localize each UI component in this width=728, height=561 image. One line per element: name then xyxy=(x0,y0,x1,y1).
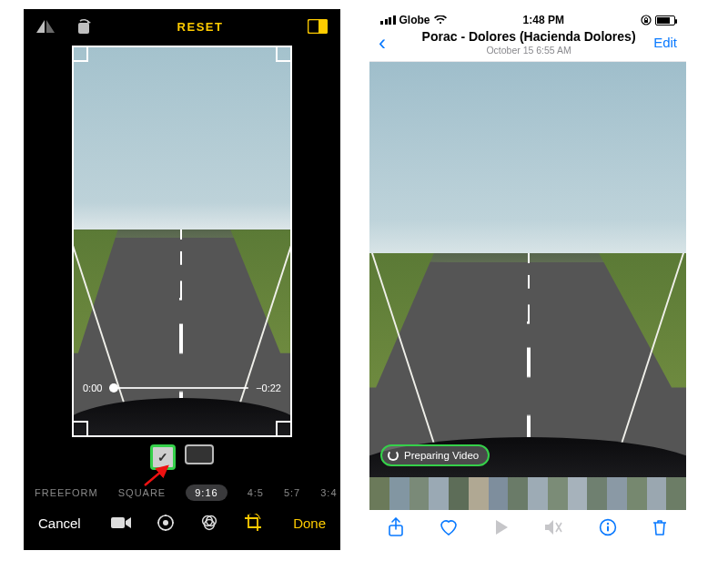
svg-rect-3 xyxy=(111,517,125,528)
trash-icon[interactable] xyxy=(652,518,668,536)
aspect-ratio-row[interactable]: FREEFORM SQUARE 9:16 4:5 5:7 3:4 3:5 xyxy=(24,470,340,501)
svg-point-13 xyxy=(606,523,608,525)
thumbnail[interactable] xyxy=(449,477,469,510)
status-bar: Globe 1:48 PM xyxy=(369,9,686,27)
thumbnail[interactable] xyxy=(548,477,568,510)
preparing-video-label: Preparing Video xyxy=(404,450,479,461)
cancel-button[interactable]: Cancel xyxy=(38,515,81,531)
crop-frame[interactable]: 0:00 −0:22 xyxy=(72,46,292,437)
landscape-orientation-button[interactable] xyxy=(185,444,214,464)
edit-button[interactable]: Edit xyxy=(653,35,677,50)
video-tool-icon[interactable] xyxy=(111,515,131,530)
svg-rect-2 xyxy=(318,20,327,33)
svg-rect-14 xyxy=(607,526,609,532)
thumbnail[interactable] xyxy=(587,477,607,510)
clock-label: 1:48 PM xyxy=(523,14,564,26)
flip-horizontal-icon[interactable] xyxy=(36,18,55,35)
preparing-video-badge: Preparing Video xyxy=(380,444,490,466)
thumbnail[interactable] xyxy=(528,477,548,510)
orientation-picker xyxy=(24,439,340,470)
spinner-icon xyxy=(388,450,399,461)
rotate-icon[interactable] xyxy=(75,18,93,35)
crop-tool-icon[interactable] xyxy=(244,514,262,532)
ratio-option[interactable]: 5:7 xyxy=(284,487,300,498)
thumbnail[interactable] xyxy=(607,477,627,510)
mute-icon[interactable] xyxy=(543,519,563,536)
thumbnail[interactable] xyxy=(429,477,449,510)
thumbnail[interactable] xyxy=(647,477,667,510)
svg-point-8 xyxy=(205,520,215,530)
wifi-icon xyxy=(434,15,447,25)
annotation-arrow-icon xyxy=(142,463,173,488)
ratio-option[interactable]: FREEFORM xyxy=(35,487,98,498)
thumbnail[interactable] xyxy=(389,477,410,510)
thumbnail[interactable] xyxy=(369,477,389,510)
ratio-option[interactable]: SQUARE xyxy=(118,487,166,498)
thumbnail[interactable] xyxy=(627,477,647,510)
aspect-ratio-icon[interactable] xyxy=(308,19,328,34)
media-viewport[interactable]: Preparing Video xyxy=(369,62,686,477)
thumbnail[interactable] xyxy=(410,477,430,510)
editor-bottom-toolbar: Cancel Done xyxy=(24,501,340,541)
viewer-toolbar xyxy=(369,510,686,543)
editor-top-toolbar: RESET xyxy=(24,9,340,40)
svg-rect-10 xyxy=(644,20,648,23)
datetime-subtitle: October 15 6:55 AM xyxy=(404,45,653,56)
adjust-tool-icon[interactable] xyxy=(157,514,175,532)
info-icon[interactable] xyxy=(599,518,617,536)
svg-rect-0 xyxy=(78,23,89,34)
ratio-option[interactable]: 3:4 xyxy=(320,487,337,498)
video-trim-bar[interactable]: 0:00 −0:22 xyxy=(83,382,281,393)
carrier-label: Globe xyxy=(399,14,430,26)
favorite-icon[interactable] xyxy=(439,518,459,536)
signal-icon xyxy=(380,15,396,25)
ratio-option-selected[interactable]: 9:16 xyxy=(186,484,227,501)
thumbnail[interactable] xyxy=(469,477,489,510)
done-button[interactable]: Done xyxy=(293,515,326,531)
location-title: Porac - Dolores (Hacienda Dolores) xyxy=(404,29,653,44)
thumbnail[interactable] xyxy=(666,477,686,510)
share-icon[interactable] xyxy=(388,517,404,537)
back-button[interactable]: ‹ xyxy=(379,30,404,56)
ratio-option[interactable]: 4:5 xyxy=(248,487,264,498)
orientation-lock-icon xyxy=(641,15,652,26)
play-icon[interactable] xyxy=(494,519,509,536)
crop-editor-screen: RESET 0:00 −0:22 xyxy=(24,9,340,550)
thumbnail[interactable] xyxy=(508,477,528,510)
svg-point-5 xyxy=(163,520,168,525)
filters-tool-icon[interactable] xyxy=(200,514,218,532)
reset-button[interactable]: RESET xyxy=(177,20,224,34)
thumbnail[interactable] xyxy=(568,477,588,510)
thumbnail-strip[interactable] xyxy=(369,477,686,510)
thumbnail[interactable] xyxy=(489,477,509,510)
trim-start-time: 0:00 xyxy=(83,382,102,393)
nav-bar: ‹ Porac - Dolores (Hacienda Dolores) Oct… xyxy=(369,27,686,62)
photos-viewer-screen: Globe 1:48 PM ‹ Porac - Dolores (Haciend… xyxy=(369,9,686,550)
battery-icon xyxy=(655,15,675,26)
trim-end-time: −0:22 xyxy=(256,382,281,393)
